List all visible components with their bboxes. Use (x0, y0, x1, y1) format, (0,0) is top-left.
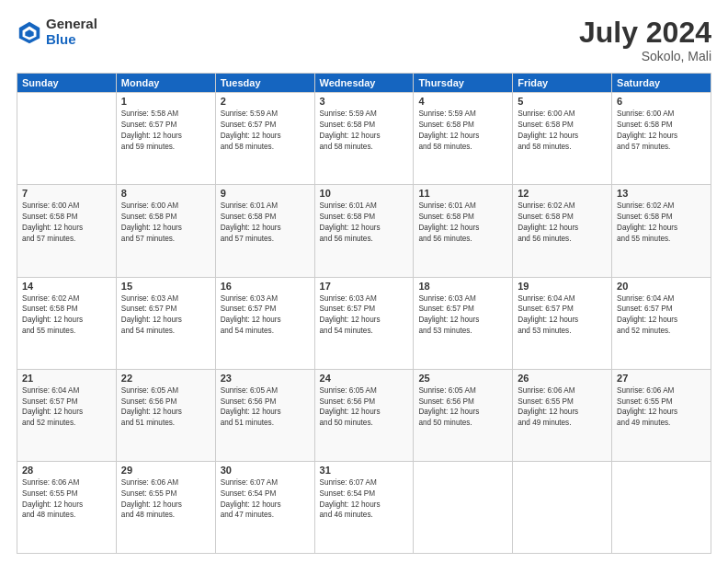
day-number: 14 (22, 281, 111, 292)
day-cell (17, 93, 117, 185)
day-cell: 10Sunrise: 6:01 AM Sunset: 6:58 PM Dayli… (314, 185, 414, 277)
day-cell: 27Sunrise: 6:06 AM Sunset: 6:55 PM Dayli… (612, 369, 711, 461)
day-cell (612, 461, 711, 553)
day-cell: 19Sunrise: 6:04 AM Sunset: 6:57 PM Dayli… (513, 277, 612, 369)
day-number: 9 (221, 188, 310, 199)
day-cell: 14Sunrise: 6:02 AM Sunset: 6:58 PM Dayli… (17, 277, 117, 369)
day-cell: 17Sunrise: 6:03 AM Sunset: 6:57 PM Dayli… (314, 277, 414, 369)
day-number: 24 (320, 373, 409, 384)
day-cell: 1Sunrise: 5:58 AM Sunset: 6:57 PM Daylig… (116, 93, 215, 185)
day-number: 16 (221, 281, 310, 292)
logo: General Blue (17, 17, 97, 47)
day-info: Sunrise: 6:01 AM Sunset: 6:58 PM Dayligh… (221, 201, 310, 245)
day-cell: 13Sunrise: 6:02 AM Sunset: 6:58 PM Dayli… (612, 185, 711, 277)
location: Sokolo, Mali (579, 49, 711, 63)
day-number: 2 (221, 96, 310, 107)
day-info: Sunrise: 5:59 AM Sunset: 6:58 PM Dayligh… (418, 109, 507, 153)
day-cell: 11Sunrise: 6:01 AM Sunset: 6:58 PM Dayli… (414, 185, 513, 277)
day-info: Sunrise: 6:04 AM Sunset: 6:57 PM Dayligh… (22, 385, 111, 430)
day-number: 8 (121, 188, 210, 199)
day-number: 29 (121, 465, 210, 476)
day-info: Sunrise: 6:07 AM Sunset: 6:54 PM Dayligh… (320, 477, 409, 522)
day-number: 30 (221, 465, 310, 476)
day-info: Sunrise: 6:03 AM Sunset: 6:57 PM Dayligh… (320, 293, 409, 338)
main-title: July 2024 (579, 17, 711, 49)
day-number: 25 (418, 373, 507, 384)
day-number: 20 (617, 281, 706, 292)
day-number: 13 (617, 188, 706, 199)
day-info: Sunrise: 6:02 AM Sunset: 6:58 PM Dayligh… (22, 293, 111, 338)
day-number: 11 (418, 188, 507, 199)
day-info: Sunrise: 5:58 AM Sunset: 6:57 PM Dayligh… (121, 109, 210, 153)
day-number: 3 (320, 96, 409, 107)
day-number: 6 (617, 96, 706, 107)
day-number: 28 (22, 465, 111, 476)
day-number: 23 (221, 373, 310, 384)
day-number: 5 (518, 96, 607, 107)
day-cell: 7Sunrise: 6:00 AM Sunset: 6:58 PM Daylig… (17, 185, 117, 277)
day-number: 27 (617, 373, 706, 384)
day-cell: 21Sunrise: 6:04 AM Sunset: 6:57 PM Dayli… (17, 369, 117, 461)
day-info: Sunrise: 6:03 AM Sunset: 6:57 PM Dayligh… (221, 293, 310, 338)
week-row-1: 1Sunrise: 5:58 AM Sunset: 6:57 PM Daylig… (17, 93, 711, 185)
day-info: Sunrise: 6:07 AM Sunset: 6:54 PM Dayligh… (221, 477, 310, 522)
day-cell: 9Sunrise: 6:01 AM Sunset: 6:58 PM Daylig… (215, 185, 314, 277)
week-row-4: 21Sunrise: 6:04 AM Sunset: 6:57 PM Dayli… (17, 369, 711, 461)
header-wednesday: Wednesday (314, 74, 414, 93)
page: General Blue July 2024 Sokolo, Mali Sund… (0, 0, 728, 563)
day-info: Sunrise: 6:03 AM Sunset: 6:57 PM Dayligh… (418, 293, 507, 338)
header-thursday: Thursday (414, 74, 513, 93)
day-info: Sunrise: 6:06 AM Sunset: 6:55 PM Dayligh… (121, 477, 210, 522)
day-number: 15 (121, 281, 210, 292)
day-info: Sunrise: 6:03 AM Sunset: 6:57 PM Dayligh… (121, 293, 210, 338)
header-saturday: Saturday (612, 74, 711, 93)
weekday-header-row: Sunday Monday Tuesday Wednesday Thursday… (17, 74, 711, 93)
day-cell: 30Sunrise: 6:07 AM Sunset: 6:54 PM Dayli… (215, 461, 314, 553)
day-info: Sunrise: 6:00 AM Sunset: 6:58 PM Dayligh… (518, 109, 607, 153)
day-info: Sunrise: 6:01 AM Sunset: 6:58 PM Dayligh… (418, 201, 507, 245)
day-info: Sunrise: 6:06 AM Sunset: 6:55 PM Dayligh… (22, 477, 111, 522)
day-info: Sunrise: 6:06 AM Sunset: 6:55 PM Dayligh… (617, 385, 706, 430)
header-monday: Monday (116, 74, 215, 93)
day-number: 26 (518, 373, 607, 384)
day-cell: 24Sunrise: 6:05 AM Sunset: 6:56 PM Dayli… (314, 369, 414, 461)
day-info: Sunrise: 6:04 AM Sunset: 6:57 PM Dayligh… (518, 293, 607, 338)
day-cell (414, 461, 513, 553)
day-cell: 15Sunrise: 6:03 AM Sunset: 6:57 PM Dayli… (116, 277, 215, 369)
day-number: 12 (518, 188, 607, 199)
day-cell: 25Sunrise: 6:05 AM Sunset: 6:56 PM Dayli… (414, 369, 513, 461)
day-info: Sunrise: 6:06 AM Sunset: 6:55 PM Dayligh… (518, 385, 607, 430)
day-info: Sunrise: 6:00 AM Sunset: 6:58 PM Dayligh… (22, 201, 111, 245)
day-cell (513, 461, 612, 553)
day-cell: 26Sunrise: 6:06 AM Sunset: 6:55 PM Dayli… (513, 369, 612, 461)
day-number: 7 (22, 188, 111, 199)
day-cell: 8Sunrise: 6:00 AM Sunset: 6:58 PM Daylig… (116, 185, 215, 277)
day-cell: 18Sunrise: 6:03 AM Sunset: 6:57 PM Dayli… (414, 277, 513, 369)
day-number: 21 (22, 373, 111, 384)
logo-blue: Blue (46, 32, 97, 48)
day-cell: 28Sunrise: 6:06 AM Sunset: 6:55 PM Dayli… (17, 461, 117, 553)
day-info: Sunrise: 6:05 AM Sunset: 6:56 PM Dayligh… (418, 385, 507, 430)
day-number: 1 (121, 96, 210, 107)
week-row-2: 7Sunrise: 6:00 AM Sunset: 6:58 PM Daylig… (17, 185, 711, 277)
day-info: Sunrise: 6:01 AM Sunset: 6:58 PM Dayligh… (320, 201, 409, 245)
day-cell: 2Sunrise: 5:59 AM Sunset: 6:57 PM Daylig… (215, 93, 314, 185)
header: General Blue July 2024 Sokolo, Mali (17, 17, 711, 63)
week-row-5: 28Sunrise: 6:06 AM Sunset: 6:55 PM Dayli… (17, 461, 711, 553)
day-info: Sunrise: 6:05 AM Sunset: 6:56 PM Dayligh… (121, 385, 210, 430)
day-number: 10 (320, 188, 409, 199)
day-cell: 22Sunrise: 6:05 AM Sunset: 6:56 PM Dayli… (116, 369, 215, 461)
day-number: 19 (518, 281, 607, 292)
week-row-3: 14Sunrise: 6:02 AM Sunset: 6:58 PM Dayli… (17, 277, 711, 369)
day-number: 31 (320, 465, 409, 476)
day-info: Sunrise: 6:00 AM Sunset: 6:58 PM Dayligh… (617, 109, 706, 153)
day-info: Sunrise: 6:05 AM Sunset: 6:56 PM Dayligh… (221, 385, 310, 430)
title-block: July 2024 Sokolo, Mali (579, 17, 711, 63)
day-cell: 5Sunrise: 6:00 AM Sunset: 6:58 PM Daylig… (513, 93, 612, 185)
day-info: Sunrise: 6:00 AM Sunset: 6:58 PM Dayligh… (121, 201, 210, 245)
header-tuesday: Tuesday (215, 74, 314, 93)
day-cell: 12Sunrise: 6:02 AM Sunset: 6:58 PM Dayli… (513, 185, 612, 277)
day-info: Sunrise: 6:02 AM Sunset: 6:58 PM Dayligh… (617, 201, 706, 245)
calendar-table: Sunday Monday Tuesday Wednesday Thursday… (17, 73, 711, 554)
day-cell: 29Sunrise: 6:06 AM Sunset: 6:55 PM Dayli… (116, 461, 215, 553)
